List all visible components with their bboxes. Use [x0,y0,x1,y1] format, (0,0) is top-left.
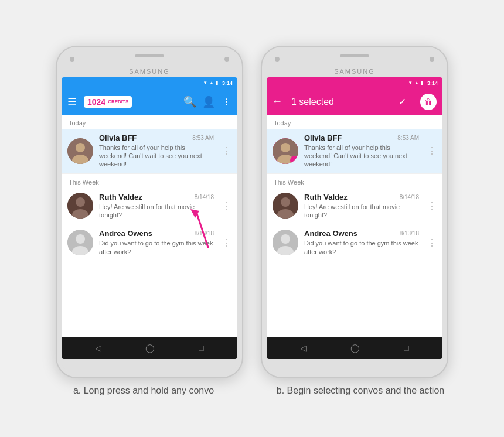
msg-preview-olivia-b: Thanks for all of your help this weekend… [304,144,419,169]
phone-a-camera-left [70,57,74,62]
phone-b-bottom-bar: ◁ ◯ □ [267,337,442,359]
msg-more-ruth-a[interactable]: ⋮ [220,199,231,213]
msg-item-olivia-b[interactable]: ✓ Olivia BFF 8:53 AM Thanks for all of y… [267,129,442,174]
phone-b-toolbar: ← 1 selected ✓ 🗑 [267,89,442,115]
grid-icon[interactable]: ⁝ [221,95,233,108]
caption-a: a. Long press and hold any convo [44,384,243,397]
phone-a-status-bar: ▼ ▲ ▮ 3:14 [62,77,237,89]
credits-number: 1024 [87,97,105,107]
contacts-icon[interactable]: 👤 [202,95,215,108]
back-nav-icon-a[interactable]: ◁ [95,343,101,353]
msg-time-andrea-b: 8/13/18 [400,230,419,237]
avatar-olivia-b: ✓ [273,138,298,164]
captions-row: a. Long press and hold any convo b. Begi… [0,378,504,403]
msg-name-ruth-a: Ruth Valdez [99,193,142,202]
msg-time-ruth-b: 8/14/18 [400,194,419,200]
msg-time-ruth-a: 8/14/18 [195,194,214,200]
phone-b-msg-list: Today ✓ Olivia BFF [267,115,442,337]
battery-icon: ▮ [216,80,218,86]
avatar-andrea-b [273,230,298,255]
msg-header-olivia-b: Olivia BFF 8:53 AM [304,134,419,142]
trash-icon: 🗑 [424,97,433,107]
caption-b: b. Begin selecting convos and the action [261,384,460,397]
battery-icon-b: ▮ [421,80,423,86]
msg-more-ruth-b[interactable]: ⋮ [425,199,437,213]
phone-a-status-icons: ▼ ▲ ▮ 3:14 [203,80,233,86]
status-time-a: 3:14 [222,80,233,86]
avatar-andrea-a [67,230,93,255]
msg-name-olivia-a: Olivia BFF [99,134,137,142]
msg-more-andrea-b[interactable]: ⋮ [425,236,437,250]
menu-icon[interactable]: ☰ [66,95,78,108]
msg-name-ruth-b: Ruth Valdez [304,193,348,202]
msg-item-ruth-b[interactable]: Ruth Valdez 8/14/18 Hey! Are we still on… [267,188,442,225]
msg-header-olivia-a: Olivia BFF 8:53 AM [99,134,214,142]
phones-container: SAMSUNG ▼ ▲ ▮ 3:14 ☰ 1024 CREDITS [44,34,460,378]
section-header-today-b: Today [267,115,442,129]
phone-a-brand: SAMSUNG [129,68,170,75]
back-icon-b[interactable]: ← [271,95,283,108]
msg-preview-ruth-b: Hey! Are we still on for that movie toni… [304,203,419,220]
msg-more-andrea-a[interactable]: ⋮ [220,236,231,250]
svg-point-17 [281,234,290,244]
msg-preview-andrea-b: Did you want to go to the gym this week … [304,239,419,256]
avatar-ruth-a [67,193,93,218]
wifi-icon-b: ▼ [408,80,413,86]
recent-nav-icon-a[interactable]: □ [199,343,203,353]
phone-a-speaker [135,54,164,57]
svg-point-4 [76,197,85,207]
svg-point-7 [76,234,85,244]
phone-a-screen: ▼ ▲ ▮ 3:14 ☰ 1024 CREDITS 🔍 👤 ⁝ [62,77,237,359]
back-nav-icon-b[interactable]: ◁ [300,343,307,353]
check-icon-b[interactable]: ✓ [399,96,406,107]
phone-b-camera-left [275,57,280,62]
msg-more-olivia-b[interactable]: ⋮ [425,144,437,158]
avatar-check-mark: ✓ [290,156,298,164]
msg-item-andrea-b[interactable]: Andrea Owens 8/13/18 Did you want to go … [267,224,442,261]
msg-time-olivia-b: 8:53 AM [397,135,419,141]
home-nav-icon-b[interactable]: ◯ [350,343,360,353]
home-nav-icon-a[interactable]: ◯ [145,343,155,353]
phone-a-top-bar [62,53,237,66]
msg-time-olivia-a: 8:53 AM [192,135,214,141]
signal-icon: ▲ [209,80,214,86]
msg-content-olivia-b: Olivia BFF 8:53 AM Thanks for all of you… [304,134,419,169]
phone-a-bottom-bar: ◁ ◯ □ [62,337,237,359]
msg-content-andrea-b: Andrea Owens 8/13/18 Did you want to go … [304,229,419,256]
phone-b-status-icons: ▼ ▲ ▮ 3:14 [408,80,438,86]
phone-b-bottom-frame [267,362,442,371]
signal-icon-b: ▲ [414,80,419,86]
msg-header-ruth-b: Ruth Valdez 8/14/18 [304,193,419,202]
phone-a-msg-list: Today Olivia BFF 8:53 AM [62,115,237,337]
recent-nav-icon-b[interactable]: □ [404,343,408,353]
phone-b-brand: SAMSUNG [334,68,375,75]
msg-content-ruth-b: Ruth Valdez 8/14/18 Hey! Are we still on… [304,193,419,220]
avatar-olivia-a [67,138,93,164]
msg-more-olivia-a[interactable]: ⋮ [220,144,231,158]
phone-a-camera-right [224,57,229,62]
wifi-icon: ▼ [203,80,207,86]
phone-b-status-bar: ▼ ▲ ▮ 3:14 [267,77,442,89]
search-icon[interactable]: 🔍 [183,95,196,108]
phone-b-screen: ▼ ▲ ▮ 3:14 ← 1 selected ✓ 🗑 Today [267,77,442,359]
phone-a-bottom-frame [62,362,237,371]
phone-b: SAMSUNG ▼ ▲ ▮ 3:14 ← 1 selected ✓ 🗑 [261,46,448,378]
section-header-week-b: This Week [267,174,442,188]
avatar-ruth-b [273,193,298,218]
msg-name-andrea-b: Andrea Owens [304,229,357,238]
phone-b-top-bar [267,53,442,66]
msg-name-olivia-b: Olivia BFF [304,134,342,142]
svg-point-1 [76,143,85,152]
msg-header-ruth-a: Ruth Valdez 8/14/18 [99,193,214,202]
msg-content-olivia-a: Olivia BFF 8:53 AM Thanks for all of you… [99,134,214,169]
phone-b-speaker [340,54,369,57]
credits-label: CREDITS [108,99,128,104]
phone-b-camera-right [430,57,434,62]
section-header-week-a: This Week [62,174,237,188]
phone-a-toolbar: ☰ 1024 CREDITS 🔍 👤 ⁝ [62,89,237,115]
svg-point-14 [281,197,290,207]
msg-item-olivia-a[interactable]: Olivia BFF 8:53 AM Thanks for all of you… [62,129,237,174]
msg-header-andrea-b: Andrea Owens 8/13/18 [304,229,419,238]
delete-button[interactable]: 🗑 [419,93,438,111]
status-time-b: 3:14 [427,80,438,86]
